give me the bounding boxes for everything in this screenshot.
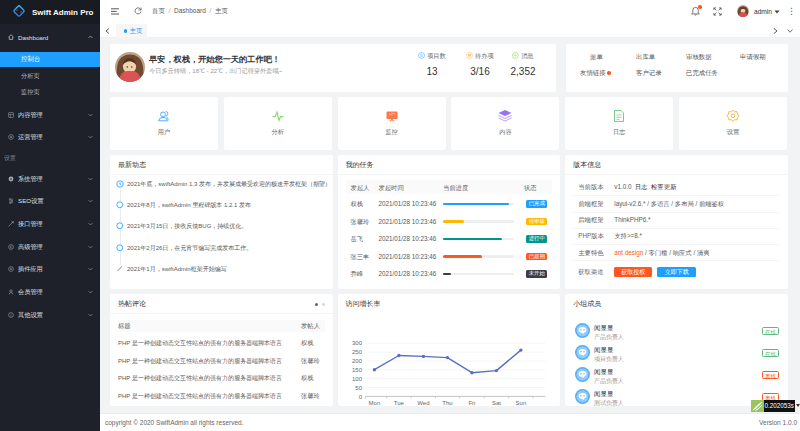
svg-text:0: 0 [358,394,362,400]
svg-text:Tue: Tue [393,400,404,406]
svg-text:Fri: Fri [468,400,475,406]
svg-text:150: 150 [352,367,363,373]
svg-text:100: 100 [352,376,363,382]
svg-text:200: 200 [352,358,363,364]
svg-text:Sun: Sun [515,400,526,406]
svg-text:Sat: Sat [491,400,500,406]
svg-text:Thu: Thu [442,400,452,406]
svg-text:Wed: Wed [417,400,429,406]
svg-text:50: 50 [355,385,362,391]
svg-text:300: 300 [352,340,363,346]
svg-text:Mon: Mon [368,400,380,406]
svg-text:250: 250 [352,349,363,355]
